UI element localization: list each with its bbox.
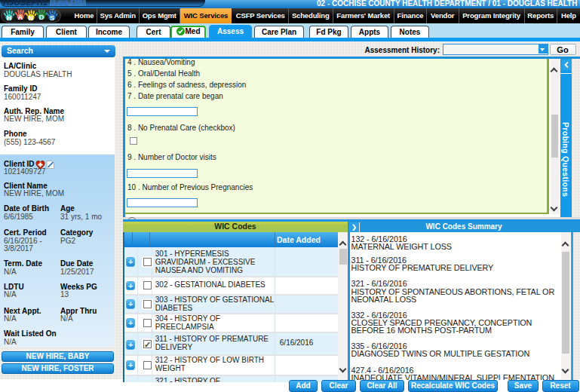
svg-text:A: A: [18, 14, 23, 21]
svg-text:N: N: [29, 14, 34, 22]
svg-text:D: D: [39, 14, 44, 21]
svg-text:S: S: [50, 14, 54, 22]
svg-text:H: H: [7, 14, 12, 22]
